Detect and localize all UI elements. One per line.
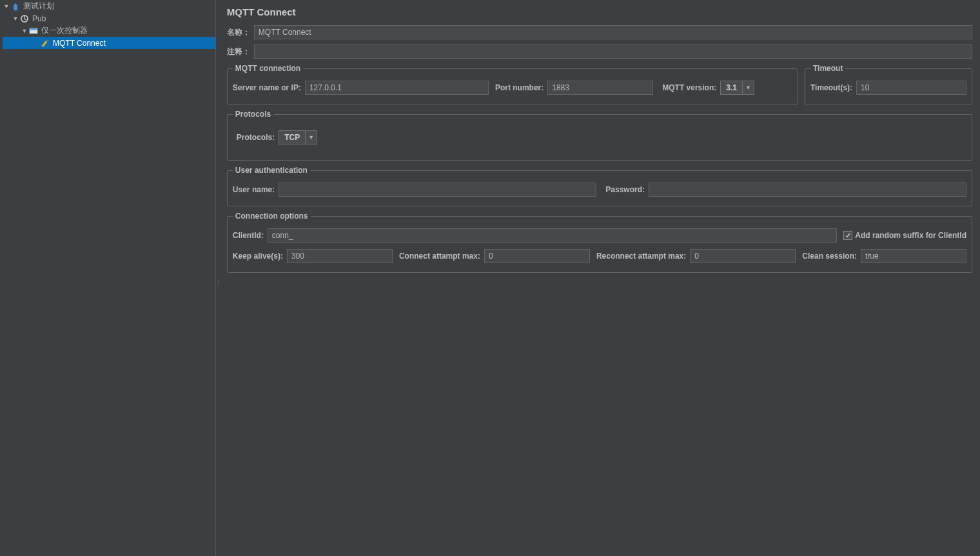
tree-item-pub[interactable]: ▼ Pub bbox=[0, 12, 215, 25]
keepalive-input[interactable] bbox=[287, 249, 393, 263]
tree-label: Pub bbox=[32, 14, 46, 23]
connect-attempt-input[interactable] bbox=[484, 249, 590, 263]
reconnect-attempt-label: Reconnect attampt max: bbox=[596, 252, 686, 261]
timeout-label: Timeout(s): bbox=[810, 83, 852, 92]
server-input[interactable] bbox=[305, 81, 489, 95]
random-suffix-checkbox[interactable]: ✓ Add random suffix for ClientId bbox=[843, 231, 966, 240]
editor-panel: MQTT Connect 名称： 注释： MQTT connection Ser… bbox=[220, 0, 980, 556]
mqtt-connection-group: MQTT connection Server name or IP: Port … bbox=[227, 64, 798, 104]
svg-rect-2 bbox=[30, 28, 37, 30]
name-input[interactable] bbox=[254, 25, 972, 39]
keepalive-label: Keep alive(s): bbox=[233, 252, 283, 261]
checkbox-icon: ✓ bbox=[843, 231, 852, 240]
threadgroup-icon bbox=[19, 14, 30, 24]
version-value: 3.1 bbox=[721, 83, 742, 92]
conn-options-legend: Connection options bbox=[233, 212, 311, 221]
testplan-icon bbox=[10, 1, 21, 12]
expand-icon[interactable]: ▼ bbox=[3, 3, 10, 10]
port-input[interactable] bbox=[547, 81, 653, 95]
expand-icon[interactable]: ▼ bbox=[21, 28, 28, 34]
mqtt-connection-legend: MQTT connection bbox=[233, 64, 303, 73]
clientid-input[interactable] bbox=[268, 228, 837, 243]
chevron-down-icon: ▼ bbox=[742, 81, 754, 94]
clean-session-label: Clean session: bbox=[802, 252, 857, 261]
timeout-legend: Timeout bbox=[810, 64, 845, 73]
clean-session-input[interactable] bbox=[861, 249, 966, 263]
protocol-value: TCP bbox=[279, 133, 305, 142]
sampler-icon bbox=[40, 38, 50, 48]
connect-attempt-label: Connect attampt max: bbox=[399, 252, 480, 261]
tree-label: 仅一次控制器 bbox=[41, 25, 88, 36]
protocol-label: Protocols: bbox=[237, 133, 275, 142]
tree-panel: ▼ 测试计划 ▼ Pub ▼ 仅一次控制器 MQTT Conne bbox=[0, 0, 216, 556]
tree-label: MQTT Connect bbox=[53, 39, 106, 48]
page-title: MQTT Connect bbox=[227, 4, 972, 23]
protocols-legend: Protocols bbox=[233, 110, 273, 119]
password-label: Password: bbox=[605, 185, 645, 194]
comment-input[interactable] bbox=[254, 45, 972, 59]
random-suffix-label: Add random suffix for ClientId bbox=[855, 231, 966, 240]
tree-label: 测试计划 bbox=[23, 1, 54, 12]
name-label: 名称： bbox=[227, 27, 250, 38]
chevron-down-icon: ▼ bbox=[305, 131, 317, 144]
protocol-select[interactable]: TCP ▼ bbox=[279, 130, 317, 144]
expand-icon[interactable]: ▼ bbox=[12, 15, 19, 22]
tree-item-root[interactable]: ▼ 测试计划 bbox=[0, 0, 215, 12]
version-select[interactable]: 3.1 ▼ bbox=[720, 81, 754, 95]
clientid-label: ClientId: bbox=[233, 231, 264, 240]
version-label: MQTT version: bbox=[662, 83, 716, 92]
timeout-input[interactable] bbox=[856, 81, 966, 95]
vertical-splitter[interactable] bbox=[216, 0, 220, 556]
username-input[interactable] bbox=[279, 183, 596, 197]
reconnect-attempt-input[interactable] bbox=[690, 249, 796, 263]
username-label: User name: bbox=[233, 185, 275, 194]
password-input[interactable] bbox=[649, 183, 966, 197]
port-label: Port number: bbox=[495, 83, 544, 92]
svg-point-3 bbox=[47, 40, 48, 41]
controller-icon bbox=[28, 26, 39, 36]
timeout-group: Timeout Timeout(s): bbox=[805, 64, 972, 104]
conn-options-group: Connection options ClientId: ✓ Add rando… bbox=[227, 212, 972, 273]
tree-item-mqtt-connect[interactable]: MQTT Connect bbox=[3, 37, 215, 49]
server-label: Server name or IP: bbox=[233, 83, 301, 92]
comment-label: 注释： bbox=[227, 46, 250, 57]
auth-legend: User authentication bbox=[233, 166, 310, 175]
auth-group: User authentication User name: Password: bbox=[227, 166, 972, 206]
protocols-group: Protocols Protocols: TCP ▼ bbox=[227, 110, 972, 161]
tree-item-controller[interactable]: ▼ 仅一次控制器 bbox=[0, 25, 215, 37]
